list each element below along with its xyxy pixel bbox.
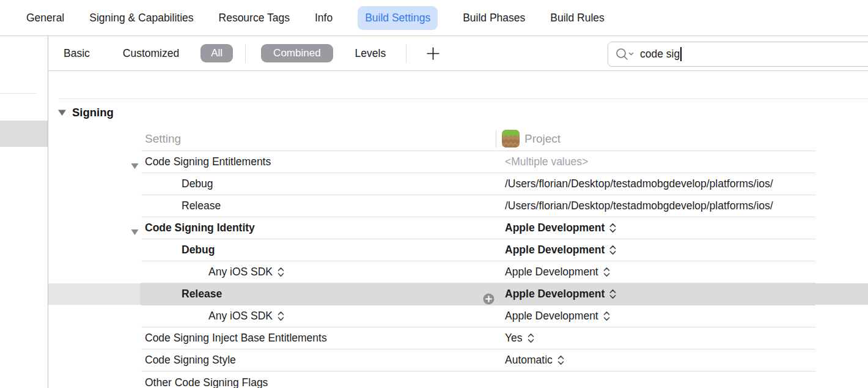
setting-value[interactable]: Yes <box>505 332 523 345</box>
setting-name: Other Code Signing Flags <box>145 376 268 388</box>
tab-signing-capabilities[interactable]: Signing & Capabilities <box>89 12 193 24</box>
setting-name: Code Signing Inject Base Entitlements <box>145 332 327 345</box>
table-row[interactable]: Debug Apple Development <box>141 239 815 261</box>
stepper-icon[interactable] <box>609 289 617 299</box>
setting-name: Code Signing Identity <box>145 222 255 234</box>
setting-value[interactable]: /Users/florian/Desktop/testadmobgdevelop… <box>505 177 773 190</box>
editor-tab-bar: General Signing & Capabilities Resource … <box>0 0 868 36</box>
sidebar-selected-row[interactable] <box>0 121 48 147</box>
table-row-selected[interactable]: Release Apple Development <box>141 283 815 305</box>
scope-basic-button[interactable]: Basic <box>64 47 90 60</box>
tab-build-settings[interactable]: Build Settings <box>358 6 438 30</box>
text-caret <box>680 47 682 61</box>
setting-value[interactable]: Automatic <box>505 354 553 367</box>
settings-table: Setting Projec <box>141 127 815 388</box>
section-top-divider <box>59 99 868 99</box>
plus-icon <box>426 47 440 61</box>
build-settings-toolbar: Basic Customized All Combined Levels cod… <box>48 36 868 71</box>
table-header-row: Setting Projec <box>141 127 815 151</box>
search-icon <box>616 48 634 61</box>
view-combined-button[interactable]: Combined <box>261 44 333 62</box>
add-setting-button[interactable] <box>425 46 440 61</box>
section-title: Signing <box>72 106 114 119</box>
section-header-signing[interactable]: Signing <box>57 106 114 119</box>
scope-customized-button[interactable]: Customized <box>123 47 179 60</box>
project-icon <box>502 130 520 147</box>
setting-name: Debug <box>182 177 213 190</box>
setting-value[interactable]: <Multiple values> <box>505 155 588 168</box>
tab-info[interactable]: Info <box>315 12 333 24</box>
table-row[interactable]: Code Signing Style Automatic <box>141 349 815 371</box>
table-row[interactable]: Any iOS SDK Apple Development <box>141 261 815 283</box>
setting-name: Debug <box>182 244 215 256</box>
stepper-icon[interactable] <box>609 245 617 255</box>
table-row[interactable]: Code Signing Entitlements <Multiple valu… <box>141 151 815 173</box>
view-levels-button[interactable]: Levels <box>355 47 386 60</box>
setting-value[interactable]: Apple Development <box>505 266 598 278</box>
tab-resource-tags[interactable]: Resource Tags <box>219 12 290 24</box>
setting-value[interactable]: Apple Development <box>505 288 605 300</box>
table-row[interactable]: Code Signing Inject Base Entitlements Ye… <box>141 327 815 349</box>
build-settings-editor: Signing Setting <box>48 71 868 388</box>
table-row[interactable]: Any iOS SDK Apple Development <box>141 305 815 327</box>
setting-name: Any iOS SDK <box>208 266 273 278</box>
sidebar-divider <box>0 93 37 94</box>
search-query-text: code sig <box>640 48 680 61</box>
tab-build-rules[interactable]: Build Rules <box>550 12 605 24</box>
disclosure-triangle-icon[interactable] <box>131 229 139 236</box>
setting-name: Code Signing Style <box>145 354 236 367</box>
stepper-icon[interactable] <box>603 311 611 321</box>
setting-value[interactable]: Apple Development <box>505 310 598 323</box>
setting-value[interactable]: Apple Development <box>505 222 605 234</box>
setting-name: Release <box>182 288 222 300</box>
setting-name: Code Signing Entitlements <box>145 155 271 168</box>
setting-name: Any iOS SDK <box>208 310 273 323</box>
table-row[interactable]: Code Signing Identity Apple Development <box>141 217 815 239</box>
stepper-icon[interactable] <box>277 311 285 321</box>
toolbar-divider <box>406 44 406 63</box>
stepper-icon[interactable] <box>277 267 285 277</box>
setting-name: Release <box>182 200 221 212</box>
column-divider <box>496 130 496 147</box>
stepper-icon[interactable] <box>527 333 535 343</box>
stepper-icon[interactable] <box>557 355 565 365</box>
disclosure-triangle-icon[interactable] <box>131 163 139 170</box>
tab-general[interactable]: General <box>26 12 64 24</box>
add-value-icon[interactable] <box>483 293 495 305</box>
scope-all-button[interactable]: All <box>200 44 233 62</box>
column-header-setting: Setting <box>145 132 181 146</box>
stepper-icon[interactable] <box>603 267 611 277</box>
tab-build-phases[interactable]: Build Phases <box>463 12 525 24</box>
setting-value[interactable]: /Users/florian/Desktop/testadmobgdevelop… <box>505 200 773 212</box>
table-row[interactable]: Release /Users/florian/Desktop/testadmob… <box>141 195 815 217</box>
toolbar-divider <box>245 44 246 63</box>
navigator-sidebar <box>0 36 48 388</box>
column-header-project: Project <box>524 132 561 146</box>
setting-value[interactable]: Apple Development <box>505 244 605 256</box>
table-row[interactable]: Other Code Signing Flags <box>141 371 815 388</box>
stepper-icon[interactable] <box>609 223 617 233</box>
disclosure-triangle-icon[interactable] <box>57 109 67 116</box>
table-row[interactable]: Debug /Users/florian/Desktop/testadmobgd… <box>141 173 815 195</box>
search-input[interactable]: code sig <box>608 42 868 67</box>
